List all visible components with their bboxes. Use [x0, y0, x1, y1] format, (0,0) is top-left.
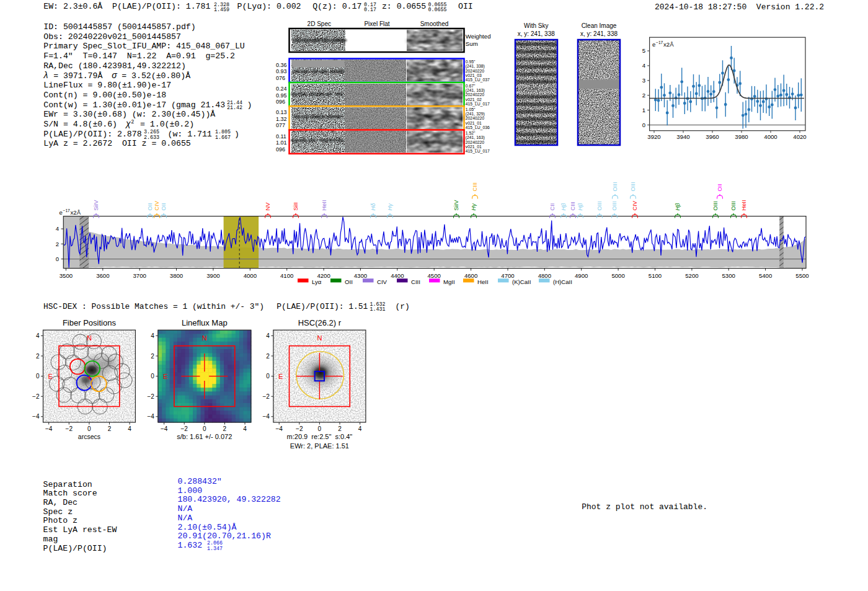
- svg-text:2: 2: [223, 425, 227, 432]
- svg-text:Obs: 20240220v021_5001445857: Obs: 20240220v021_5001445857: [43, 32, 181, 42]
- svg-text:−2: −2: [296, 425, 303, 432]
- svg-text:−2: −2: [32, 393, 40, 400]
- svg-text:4: 4: [128, 425, 131, 432]
- svg-text:4: 4: [642, 62, 646, 69]
- svg-text:2: 2: [36, 353, 40, 360]
- svg-text:N/A: N/A: [178, 513, 193, 523]
- svg-text:2: 2: [131, 118, 135, 125]
- svg-text:20240220: 20240220: [466, 69, 484, 73]
- svg-text:4400: 4400: [391, 272, 404, 279]
- svg-text:CIV: CIV: [377, 278, 388, 285]
- svg-text:Hγ: Hγ: [387, 203, 393, 211]
- svg-text:χ: χ: [125, 118, 131, 128]
- svg-text:0.288432": 0.288432": [178, 477, 222, 486]
- svg-text:Phot z plot not available.: Phot z plot not available.: [582, 502, 707, 512]
- svg-text:Weighted: Weighted: [466, 33, 491, 40]
- svg-text:4300: 4300: [354, 272, 367, 279]
- svg-text:2D Spec: 2D Spec: [308, 20, 331, 27]
- svg-text:0: 0: [36, 373, 40, 380]
- svg-text:2: 2: [56, 241, 59, 247]
- svg-text:OIII: OIII: [612, 182, 618, 192]
- svg-text:076: 076: [276, 75, 285, 81]
- svg-text:1.347: 1.347: [207, 546, 223, 551]
- svg-text:EW: 2.3±0.6Å P(LAE)/P(OII): 1: EW: 2.3±0.6Å P(LAE)/P(OII): 1.781: [43, 2, 210, 11]
- svg-text:−4: −4: [45, 425, 53, 432]
- svg-text:0.95: 0.95: [276, 92, 287, 99]
- svg-text:CIII: CIII: [472, 182, 478, 191]
- svg-text:HeII: HeII: [477, 278, 489, 285]
- svg-text:S/N = 4.8(±0.6): S/N = 4.8(±0.6): [43, 120, 117, 129]
- svg-text:−17: −17: [63, 208, 71, 213]
- svg-text:1: 1: [642, 107, 645, 113]
- svg-text:1.000: 1.000: [178, 486, 203, 495]
- svg-text:0: 0: [56, 256, 59, 262]
- svg-text:Sum: Sum: [466, 40, 478, 47]
- svg-text:3: 3: [642, 77, 645, 84]
- svg-text:OII: OII: [345, 278, 353, 285]
- svg-text:0.0655: 0.0655: [428, 7, 447, 12]
- svg-text:20.91(20.70,21.16)R: 20.91(20.70,21.16)R: [178, 531, 271, 541]
- svg-text:3940: 3940: [676, 133, 689, 140]
- svg-text:1.667: 1.667: [215, 135, 231, 140]
- svg-text:415_LU_017: 415_LU_017: [466, 102, 490, 107]
- svg-text:415_LU_036: 415_LU_036: [466, 125, 490, 130]
- svg-text:x, y: 241, 338: x, y: 241, 338: [580, 30, 618, 37]
- svg-text:Cont(n) = 9.00(±0.50)e-18: Cont(n) = 9.00(±0.50)e-18: [43, 91, 166, 100]
- svg-text:0.17: 0.17: [364, 7, 376, 12]
- svg-text:N/A: N/A: [178, 504, 193, 513]
- svg-text:CIII: CIII: [570, 202, 576, 210]
- svg-text:4800: 4800: [538, 272, 551, 279]
- svg-text:0.67": 0.67": [466, 84, 476, 88]
- svg-text:OII: OII: [161, 203, 167, 210]
- svg-text:N: N: [87, 334, 92, 342]
- svg-text:0.11: 0.11: [276, 133, 286, 140]
- svg-text:OII: OII: [717, 184, 723, 191]
- svg-text:4000: 4000: [244, 272, 257, 279]
- svg-text:P(LAE)/P(OII): P(LAE)/P(OII): [43, 544, 107, 553]
- svg-text:x2Å: x2Å: [663, 41, 674, 48]
- svg-text:−4: −4: [161, 425, 168, 432]
- svg-text:4600: 4600: [464, 272, 477, 279]
- svg-text:1.431: 1.431: [370, 306, 386, 312]
- svg-text:Match score: Match score: [43, 489, 97, 498]
- svg-text:E: E: [278, 373, 283, 380]
- svg-text:(r): (r): [396, 302, 410, 311]
- svg-text:3600: 3600: [96, 272, 109, 279]
- svg-text:CII: CII: [549, 203, 556, 211]
- svg-text:Hβ: Hβ: [577, 203, 583, 211]
- svg-text:Spec z: Spec z: [43, 507, 73, 517]
- svg-text:5500: 5500: [795, 272, 808, 279]
- svg-text:Hβ: Hβ: [560, 203, 567, 211]
- svg-text:HSC-DEX : Possible Matches = 1: HSC-DEX : Possible Matches = 1 (within +…: [43, 302, 264, 311]
- svg-text:Primary Spec_Slot_IFU_AMP: 415: Primary Spec_Slot_IFU_AMP: 415_048_067_L…: [43, 42, 244, 51]
- svg-text:0.13: 0.13: [276, 109, 287, 115]
- svg-text:With Sky: With Sky: [524, 22, 548, 29]
- svg-text:−17: −17: [656, 40, 663, 45]
- svg-text:4: 4: [358, 425, 362, 432]
- svg-text:2024-10-18 18:27:50 Version 1: 2024-10-18 18:27:50 Version 1.22.2: [655, 2, 824, 12]
- svg-text:−4: −4: [262, 413, 270, 420]
- svg-text:3980: 3980: [735, 133, 748, 140]
- svg-text:0: 0: [87, 425, 91, 432]
- svg-text:4100: 4100: [280, 272, 293, 279]
- svg-text:077: 077: [276, 122, 285, 128]
- svg-text:z: 0.0655: z: 0.0655: [382, 2, 426, 11]
- svg-text:4500: 4500: [428, 272, 441, 279]
- svg-text:HSC(26.2) r: HSC(26.2) r: [298, 318, 342, 327]
- svg-text:Cont(w) = 1.30(±0.01)e-17 (gma: Cont(w) = 1.30(±0.01)e-17 (gmag 21.43: [43, 100, 225, 110]
- svg-text:0: 0: [318, 425, 322, 432]
- svg-text:F=1.4" T=0.147 N=1.22 A=0.9: F=1.4" T=0.147 N=1.22 A=0.91 g=25.2: [43, 51, 235, 61]
- svg-text:20240220: 20240220: [466, 140, 484, 144]
- svg-text:415_LU_037: 415_LU_037: [466, 78, 490, 82]
- svg-text:1.632: 1.632: [178, 541, 203, 550]
- svg-text:4900: 4900: [575, 272, 588, 279]
- svg-text:3960: 3960: [706, 133, 719, 140]
- svg-text:0.36: 0.36: [276, 62, 287, 68]
- svg-text:LyA z = 2.2672 OII z = 0.0655: LyA z = 2.2672 OII z = 0.0655: [43, 139, 190, 148]
- svg-text:N: N: [317, 334, 322, 342]
- svg-text:4: 4: [266, 332, 270, 339]
- svg-text:Lineflux Map: Lineflux Map: [182, 318, 228, 327]
- svg-text:5100: 5100: [649, 272, 662, 279]
- svg-text:OIII: OIII: [630, 182, 636, 192]
- svg-text:OIII: OIII: [712, 202, 719, 211]
